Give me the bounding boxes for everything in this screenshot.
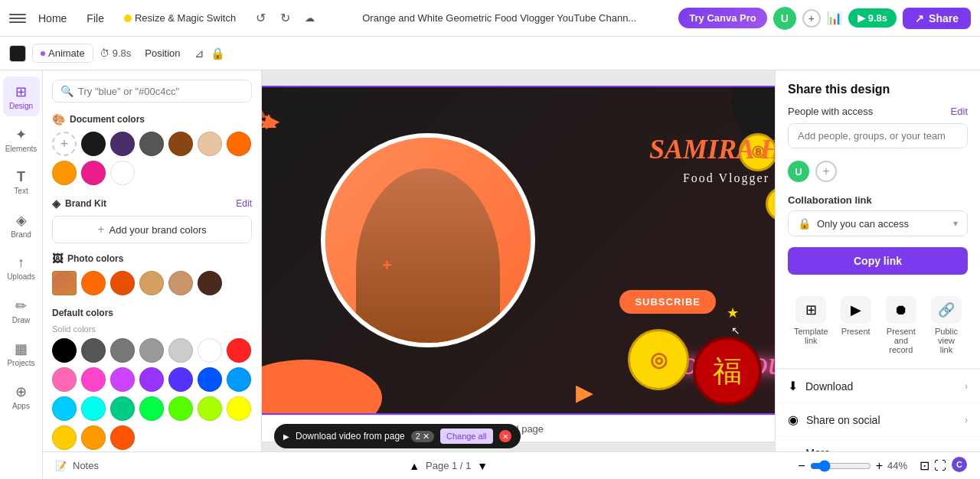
change-all-button[interactable]: Change all [440,428,493,444]
add-user-button[interactable]: + [815,161,837,182]
page-nav-up-button[interactable]: ▲ [409,460,420,472]
download-dropdown-item[interactable]: ⬇ Download › [776,370,980,403]
notes-label[interactable]: Notes [73,460,99,471]
default-color-15[interactable] [81,396,106,421]
public-view-link-button[interactable]: 🔗 Public view link [925,292,968,359]
brand-icon: ◈ [16,212,27,229]
default-color-14[interactable] [52,396,77,421]
sidebar-item-draw[interactable]: ✏ Draw [3,291,40,331]
photo-color-5[interactable] [198,271,222,295]
color-swatch-button[interactable] [9,45,26,62]
default-color-19[interactable] [198,396,222,421]
doc-color-5[interactable] [198,132,222,156]
time-badge: ⏱ 9.8s [100,47,132,59]
brand-kit-edit-link[interactable]: Edit [236,198,252,209]
default-color-2[interactable] [110,338,135,363]
default-color-20[interactable] [227,396,251,421]
doc-color-9[interactable] [110,161,135,185]
share-panel: Share this design People with access Edi… [775,70,980,479]
sidebar-item-text[interactable]: T Text [3,162,40,202]
doc-color-2[interactable] [110,132,135,156]
menu-icon[interactable] [9,10,26,27]
access-level-text: Only you can access [817,218,947,230]
save-button[interactable]: ☁ [299,8,320,29]
default-color-4[interactable] [168,338,193,363]
toast-close-button[interactable]: ✕ [499,430,511,442]
resize-button[interactable]: Resize & Magic Switch [116,9,243,27]
fullscreen-button[interactable]: ⛶ [934,459,946,473]
doc-color-4[interactable] [168,132,193,156]
default-color-7[interactable] [52,367,77,392]
default-color-13[interactable] [227,367,251,392]
sidebar-item-design[interactable]: ⊞ Design [3,77,40,116]
add-people-input[interactable] [788,123,968,148]
photo-color-person[interactable] [52,271,77,295]
group-icon[interactable]: ⊿ [194,47,204,60]
sidebar-item-apps[interactable]: ⊕ Apps [3,376,40,416]
doc-color-6[interactable] [227,132,251,156]
canvas-wrapper[interactable]: ▶▶ ⑧ ⑧ SAMIRA HA Food Vlogger SUBSCRIBE … [262,86,775,415]
default-color-6[interactable] [227,338,251,363]
default-color-11[interactable] [168,367,193,392]
present-record-button[interactable]: ⏺ Present and record [877,292,925,359]
sidebar-item-projects[interactable]: ▦ Projects [3,334,40,373]
zoom-in-button[interactable]: + [876,459,883,473]
photo-color-3[interactable] [139,271,164,295]
zoom-slider[interactable] [810,460,871,472]
avatar[interactable]: U [773,7,796,30]
page-nav-down-button[interactable]: ▼ [477,460,488,472]
default-color-1[interactable] [81,338,106,363]
add-brand-colors-button[interactable]: + Add your brand colors [52,216,252,243]
default-color-3[interactable] [139,338,164,363]
default-color-21[interactable] [52,425,77,450]
copy-link-button[interactable]: Copy link [788,247,968,275]
sidebar-item-brand[interactable]: ◈ Brand [3,205,40,245]
template-link-button[interactable]: ⊞ Template link [788,292,835,359]
zoom-out-button[interactable]: − [798,459,805,473]
analytics-icon[interactable]: 📊 [827,11,842,25]
fit-screen-button[interactable]: ⊡ [920,458,929,473]
people-access-row: People with access Edit [776,103,980,123]
play-button[interactable]: ▶ 9.8s [848,8,897,28]
collab-link-dropdown[interactable]: 🔒 Only you can access ▾ [788,210,968,236]
photo-color-1[interactable] [81,271,106,295]
sidebar-item-uploads[interactable]: ↑ Uploads [3,248,40,288]
default-color-8[interactable] [81,367,106,392]
file-button[interactable]: File [79,9,112,28]
default-color-17[interactable] [139,396,164,421]
default-color-18[interactable] [168,396,193,421]
photo-color-2[interactable] [110,271,135,295]
present-button[interactable]: ▶ Present [835,292,877,359]
default-color-0[interactable] [52,338,77,363]
photo-color-4[interactable] [168,271,193,295]
default-color-9[interactable] [110,367,135,392]
default-color-5[interactable] [198,338,222,363]
canvas-name-text: SAMIRA HA [649,133,775,165]
default-color-12[interactable] [198,367,222,392]
doc-color-8[interactable] [81,161,106,185]
default-color-10[interactable] [139,367,164,392]
document-title: Orange and White Geometric Food Vlogger … [362,12,636,24]
position-button[interactable]: Position [137,44,188,62]
animate-button[interactable]: Animate [32,44,93,63]
redo-button[interactable]: ↻ [274,8,296,29]
search-input[interactable] [78,86,243,97]
canva-assist-button[interactable]: C [951,456,968,475]
doc-color-3[interactable] [139,132,164,156]
people-access-edit-link[interactable]: Edit [951,106,968,117]
share-button[interactable]: ↗ Share [903,8,971,29]
search-box[interactable]: 🔍 [52,80,252,103]
default-color-23[interactable] [110,425,135,450]
share-social-dropdown-item[interactable]: ◉ Share on social › [776,403,980,437]
undo-button[interactable]: ↺ [250,8,271,29]
doc-color-7[interactable] [52,161,77,185]
home-button[interactable]: Home [31,9,74,28]
doc-color-1[interactable] [81,132,106,156]
add-collaborator-button[interactable]: + [802,9,821,28]
lock-icon[interactable]: 🔒 [211,47,225,60]
try-pro-button[interactable]: Try Canva Pro [678,8,766,28]
add-color-button[interactable]: + [52,132,77,156]
sidebar-item-elements[interactable]: ✦ Elements [3,119,40,159]
default-color-22[interactable] [81,425,106,450]
default-color-16[interactable] [110,396,135,421]
